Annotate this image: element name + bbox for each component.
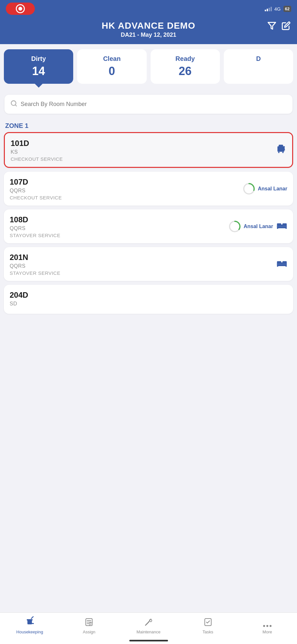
signal-bar-2 [267, 9, 268, 11]
nav-label-maintenance: Maintenance [136, 630, 160, 634]
more-dot-1 [263, 625, 265, 627]
room-card-107D[interactable]: 107D QQRS CHECKOUT SERVICE Ansal Lanar [4, 172, 293, 206]
edit-icon[interactable] [282, 21, 291, 32]
tab-clean-count: 0 [82, 64, 142, 78]
app-header: HK ADVANCE DEMO DA21 - May 12, 2021 [0, 17, 297, 44]
progress-ring-107D [243, 183, 255, 195]
signal-bar-3 [269, 8, 270, 11]
svg-marker-0 [268, 23, 275, 29]
tab-ready-count: 26 [155, 64, 215, 78]
room-type-101D: KS [11, 149, 286, 155]
search-container [0, 89, 297, 117]
room-number-201N: 201N [10, 253, 287, 262]
svg-rect-22 [277, 265, 278, 267]
room-card-204D[interactable]: 204D SD [4, 285, 293, 314]
maintenance-nav-icon [144, 617, 153, 628]
progress-ring-108D [229, 220, 241, 233]
svg-line-38 [146, 623, 147, 624]
svg-rect-18 [277, 226, 287, 227]
status-bar-right: 4G 62 [265, 6, 291, 12]
nav-label-housekeeping: Housekeeping [16, 630, 43, 634]
signal-bar-1 [265, 10, 266, 11]
room-service-101D: CHECKOUT SERVICE [11, 156, 286, 162]
more-dot-3 [270, 625, 272, 627]
search-icon [10, 100, 17, 109]
room-card-201N[interactable]: 201N QQRS STAYOVER SERVICE [4, 247, 293, 281]
svg-rect-21 [282, 261, 287, 264]
tab-dirty[interactable]: Dirty 14 [4, 49, 73, 84]
more-dot-2 [266, 625, 268, 627]
rooms-list: 101D KS CHECKOUT SERVICE 107D QQRS CHECK [0, 132, 297, 352]
tab-clean-label: Clean [82, 55, 142, 62]
housekeeping-nav-icon [24, 616, 35, 628]
svg-rect-15 [282, 223, 287, 226]
attendant-name-107D: Ansal Lanar [258, 186, 287, 192]
battery-indicator: 62 [283, 6, 291, 12]
svg-rect-24 [277, 264, 287, 264]
status-tabs: Dirty 14 Clean 0 Ready 26 D [0, 44, 297, 89]
tab-d2[interactable]: D [224, 49, 293, 84]
room-service-108D: STAYOVER SERVICE [10, 233, 287, 238]
signal-bar-4 [271, 7, 272, 11]
status-bar: 4G 62 [0, 0, 297, 17]
svg-line-2 [15, 105, 16, 106]
room-service-201N: STAYOVER SERVICE [10, 270, 287, 276]
signal-bars [265, 6, 272, 11]
zone-header: ZONE 1 [0, 117, 297, 132]
room-type-201N: QQRS [10, 263, 287, 269]
luggage-icon-101D [275, 143, 286, 157]
tab-ready[interactable]: Ready 26 [151, 49, 220, 84]
svg-point-7 [282, 152, 283, 153]
app-subtitle: DA21 - May 12, 2021 [121, 32, 176, 38]
room-service-107D: CHECKOUT SERVICE [10, 195, 287, 200]
filter-icon[interactable] [267, 21, 276, 32]
svg-rect-3 [279, 145, 283, 146]
svg-rect-16 [277, 227, 278, 229]
room-right-107D: Ansal Lanar [243, 183, 287, 195]
tasks-nav-icon [203, 617, 213, 628]
svg-rect-20 [277, 261, 281, 264]
nav-item-tasks[interactable]: Tasks [178, 617, 238, 634]
nav-item-maintenance[interactable]: Maintenance [119, 617, 178, 634]
room-card-101D[interactable]: 101D KS CHECKOUT SERVICE [4, 132, 293, 168]
record-button[interactable] [6, 3, 35, 15]
room-type-204D: SD [10, 301, 287, 307]
nav-label-tasks: Tasks [203, 630, 213, 634]
svg-point-8 [283, 146, 285, 148]
app-title: HK ADVANCE DEMO [102, 21, 195, 31]
header-actions [267, 21, 291, 32]
room-right-108D: Ansal Lanar [229, 220, 287, 233]
room-number-101D: 101D [11, 139, 286, 148]
tab-d2-label: D [228, 55, 289, 62]
room-card-108D[interactable]: 108D QQRS STAYOVER SERVICE Ansal Lanar [4, 209, 293, 243]
tab-clean[interactable]: Clean 0 [77, 49, 146, 84]
tab-dirty-count: 14 [8, 64, 69, 78]
attendant-108D: Ansal Lanar [229, 220, 273, 233]
search-input[interactable] [21, 101, 287, 108]
nav-item-housekeeping[interactable]: Housekeeping [0, 616, 59, 634]
svg-rect-23 [285, 265, 287, 267]
search-box [5, 95, 292, 114]
home-indicator [129, 640, 168, 641]
nav-label-more: More [262, 630, 272, 634]
more-nav-icon [263, 625, 272, 627]
nav-item-assign[interactable]: Assign [59, 617, 119, 634]
nav-label-assign: Assign [83, 630, 95, 634]
tab-ready-label: Ready [155, 55, 215, 62]
bed-icon-201N [276, 258, 287, 270]
svg-rect-17 [285, 227, 287, 229]
tab-dirty-label: Dirty [8, 55, 69, 62]
bed-icon-108D [276, 221, 287, 232]
room-right-201N [276, 258, 287, 270]
svg-point-6 [278, 152, 280, 153]
svg-line-27 [31, 617, 33, 619]
svg-rect-14 [277, 223, 281, 226]
bottom-nav: Housekeeping Assign [0, 612, 297, 644]
record-icon [16, 4, 25, 13]
svg-rect-28 [31, 623, 34, 624]
record-dot [18, 7, 22, 11]
status-bar-left [6, 3, 35, 15]
nav-item-more[interactable]: More [238, 625, 297, 634]
assign-nav-icon [84, 617, 94, 628]
room-right-101D [275, 143, 286, 157]
